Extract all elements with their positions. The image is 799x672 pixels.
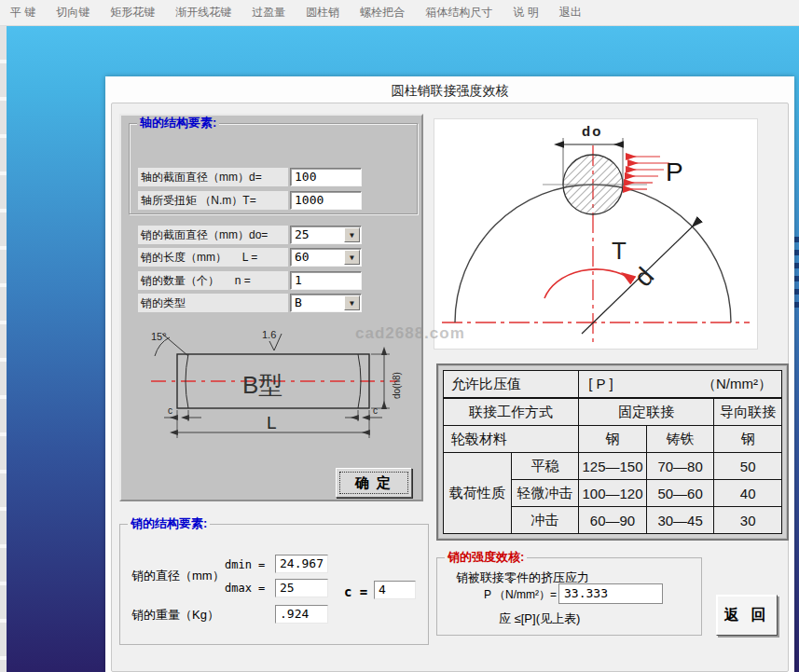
shaft-section-diagram: do P T d bbox=[434, 118, 758, 350]
stress-formula-label: P （N/mm²）= bbox=[484, 587, 557, 603]
pin-length-label: 销的长度（mm） L = bbox=[138, 248, 288, 267]
dmax-label: dmax = bbox=[225, 582, 265, 595]
impact-fixed-steel: 60—90 bbox=[579, 507, 647, 534]
table-title-cell: 允许比压值 bbox=[444, 371, 579, 399]
window-left-edge bbox=[0, 26, 7, 672]
pin-drawing: 15° 1.6 B型 do(h8) L c bbox=[138, 328, 410, 447]
allowable-pressure-table: 允许比压值 [ P ] （N/mm²） 联接工作方式 固定联接 导向联接 轮毂材… bbox=[436, 363, 789, 541]
steady-guided: 50 bbox=[714, 453, 782, 480]
shaft-do-label: do bbox=[582, 123, 602, 139]
impact-fixed-iron: 30—45 bbox=[646, 507, 714, 534]
shaft-input-panel: 轴的结构要素: 轴的截面直径（mm）d= 100 轴所受扭矩 （N.m）T= 1… bbox=[119, 114, 423, 501]
menu-item-tangential-key[interactable]: 切向键 bbox=[46, 5, 100, 21]
work-mode-label-cell: 联接工作方式 bbox=[444, 398, 579, 426]
pin-type-drawing-label: B型 bbox=[242, 371, 282, 399]
pin-type-label: 销的类型 bbox=[138, 294, 288, 312]
pin-diameter-combo[interactable]: 25 ▼ bbox=[290, 226, 362, 244]
material-castiron-cell: 铸铁 bbox=[646, 426, 714, 453]
shaft-diameter-input[interactable]: 100 bbox=[290, 168, 362, 186]
light-guided: 40 bbox=[714, 480, 782, 507]
load-impact-cell: 冲击 bbox=[511, 507, 579, 534]
pin-diameter-label: 销的截面直径（mm）do= bbox=[138, 226, 288, 244]
shaft-torque-label: 轴所受扭矩 （N.m）T= bbox=[138, 191, 288, 210]
fixed-joint-cell: 固定联接 bbox=[579, 398, 714, 426]
confirm-button[interactable]: 确 定 bbox=[336, 468, 412, 498]
menu-item-box-dims[interactable]: 箱体结构尺寸 bbox=[415, 5, 503, 21]
impact-guided: 30 bbox=[714, 507, 782, 534]
pin-length-combo[interactable]: 60 ▼ bbox=[290, 248, 362, 267]
stress-value[interactable]: 33.333 bbox=[558, 583, 663, 604]
pin-structure-title: 销的结构要素: bbox=[128, 516, 210, 531]
pin-weight-label: 销的重量（Kg） bbox=[131, 607, 219, 624]
c-label: c = bbox=[344, 584, 367, 599]
shaft-pressure-label: P bbox=[666, 158, 683, 186]
menu-item-flat-key[interactable]: 平 键 bbox=[0, 5, 46, 21]
pin-chamfer-left-label: c bbox=[168, 405, 172, 416]
pin-chamfer-right-label: c bbox=[373, 405, 378, 416]
load-steady-cell: 平稳 bbox=[511, 453, 579, 480]
light-fixed-iron: 50—60 bbox=[646, 480, 714, 507]
pin-roughness-label: 1.6 bbox=[262, 329, 276, 340]
light-fixed-steel: 100—120 bbox=[579, 480, 647, 507]
menu-item-help[interactable]: 说 明 bbox=[503, 5, 548, 21]
pin-length-dropdown-icon[interactable]: ▼ bbox=[344, 250, 360, 265]
pin-dia-result-label: 销的直径（mm） bbox=[131, 568, 225, 584]
shaft-diameter-label: 轴的截面直径（mm）d= bbox=[138, 168, 288, 186]
menu-item-involute-spline[interactable]: 渐开线花键 bbox=[165, 5, 241, 21]
menu-item-cyl-pin[interactable]: 圆柱销 bbox=[296, 5, 350, 21]
pin-weight-value[interactable]: .924 bbox=[275, 605, 328, 624]
table-unit-cell: [ P ] （N/mm²） bbox=[579, 371, 782, 399]
dialog-title: 圆柱销联接强度效核 bbox=[105, 83, 794, 100]
menu-item-bolt-join[interactable]: 螺栓把合 bbox=[350, 5, 415, 21]
pin-count-input[interactable]: 1 bbox=[290, 271, 362, 290]
load-light-impact-cell: 轻微冲击 bbox=[511, 480, 579, 507]
steady-fixed-steel: 125—150 bbox=[579, 453, 647, 480]
c-value[interactable]: 4 bbox=[374, 581, 416, 599]
pin-count-label: 销的数量（个） n = bbox=[138, 271, 288, 290]
load-nature-cell: 载荷性质 bbox=[444, 453, 512, 534]
stress-condition-label: 应 ≤[P](见上表) bbox=[499, 610, 580, 627]
menu-bar: 平 键 切向键 矩形花键 渐开线花键 过盈量 圆柱销 螺栓把合 箱体结构尺寸 说… bbox=[0, 0, 799, 26]
dmax-value[interactable]: 25 bbox=[275, 579, 328, 597]
strength-check-group: 销的强度效核: 销被联接零件的挤压应力 P （N/mm²）= 33.333 应 … bbox=[436, 557, 702, 636]
guided-joint-cell: 导向联接 bbox=[714, 398, 782, 426]
hub-material-label-cell: 轮毂材料 bbox=[444, 426, 579, 453]
steady-fixed-iron: 70—80 bbox=[646, 453, 714, 480]
pin-length-dim-label: L bbox=[267, 413, 277, 432]
pin-check-dialog: 圆柱销联接强度效核 cad2688.com 轴的结构要素: 轴的截面直径（mm）… bbox=[105, 76, 794, 672]
menu-item-interference[interactable]: 过盈量 bbox=[241, 5, 296, 21]
shaft-elements-title: 轴的结构要素: bbox=[137, 116, 219, 130]
pin-structure-group: 销的结构要素: 销的直径（mm） dmin = 24.967 dmax = 25… bbox=[119, 524, 429, 645]
pin-type-dropdown-icon[interactable]: ▼ bbox=[344, 295, 360, 310]
pin-dia-dim-label: do(h8) bbox=[392, 372, 402, 399]
pin-diameter-dropdown-icon[interactable]: ▼ bbox=[344, 227, 360, 242]
back-button[interactable]: 返 回 bbox=[716, 595, 778, 636]
dmin-value[interactable]: 24.967 bbox=[275, 555, 328, 573]
pin-angle-label: 15° bbox=[151, 331, 167, 342]
shaft-torque-input[interactable]: 1000 bbox=[290, 191, 362, 210]
material-steel2-cell: 钢 bbox=[714, 426, 782, 453]
pin-type-combo[interactable]: B ▼ bbox=[290, 294, 362, 312]
material-steel-cell: 钢 bbox=[579, 426, 647, 453]
shaft-d-label: d bbox=[628, 262, 659, 292]
shaft-torque-label: T bbox=[612, 237, 627, 265]
menu-item-exit[interactable]: 退出 bbox=[549, 5, 592, 21]
strength-check-title: 销的强度效核: bbox=[445, 550, 527, 565]
menu-item-rect-spline[interactable]: 矩形花键 bbox=[100, 5, 165, 21]
dmin-label: dmin = bbox=[225, 558, 265, 571]
